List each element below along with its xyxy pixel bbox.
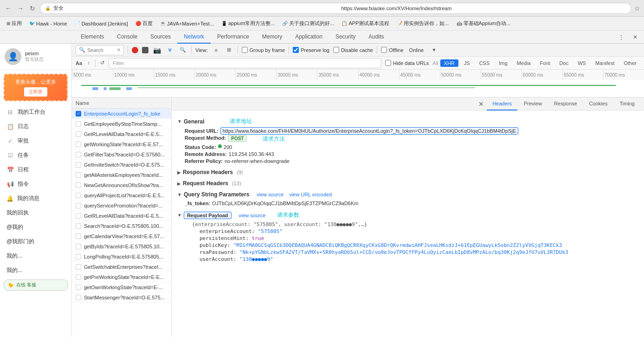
request-item-13[interactable]: getByIds?traceId=E-E.575805.10... <box>72 241 171 252</box>
detail-tab-cookies[interactable]: Cookies <box>584 97 613 110</box>
request-item-8[interactable]: queryAllProjectList?traceId=E-E.5... <box>72 190 171 201</box>
tab-security[interactable]: Security <box>329 31 362 44</box>
filter-css-button[interactable]: CSS <box>476 59 494 67</box>
devtools-more-icon[interactable]: ⋮ <box>616 32 626 42</box>
filter-input[interactable]: Filter <box>109 58 381 68</box>
search-button[interactable]: 🔍 <box>178 45 187 55</box>
request-item-2[interactable]: GetRLevelAllData?traceId=E-E.5... <box>72 129 171 139</box>
bookmark-java[interactable]: ☕ JAVA+Maven+Test... <box>157 20 217 27</box>
record-button[interactable] <box>132 47 138 53</box>
payload-view-source-link[interactable]: view source <box>239 213 266 218</box>
request-headers-header[interactable]: ▶ Request Headers (13) <box>177 179 638 188</box>
group-by-frame-checkbox[interactable] <box>242 47 248 53</box>
view-url-encoded-link[interactable]: view URL encoded <box>289 192 332 197</box>
request-item-7[interactable]: NewGetAnnouncesOfIsShow?tra... <box>72 180 171 190</box>
forward-button[interactable]: → <box>16 4 25 13</box>
req-checkbox-3[interactable] <box>76 142 81 147</box>
tab-memory[interactable]: Memory <box>256 31 289 44</box>
req-checkbox-18[interactable] <box>76 295 81 300</box>
bookmark-appium2[interactable]: 🤖 零基础Appium自动... <box>454 19 513 28</box>
bookmark-dashboard[interactable]: 📄 Dashboard [Jenkins] <box>72 20 131 27</box>
sidebar-item-log[interactable]: 📋 日志 <box>0 119 71 134</box>
stop-button[interactable] <box>142 47 148 53</box>
filter-js-button[interactable]: JS <box>460 59 474 67</box>
bookmark-apps[interactable]: ⊞ 应用 <box>4 19 25 28</box>
tab-console[interactable]: Console <box>110 31 144 44</box>
disable-cache-label[interactable]: Disable cache <box>333 47 373 53</box>
bookmark-example[interactable]: 📝 用实例告诉你，如... <box>394 19 451 28</box>
req-checkbox-7[interactable] <box>76 182 81 188</box>
request-payload-header[interactable]: ▼ Request Payload view source 请求参数 <box>177 210 638 220</box>
camera-button[interactable]: 📷 <box>152 45 161 55</box>
filter-doc-button[interactable]: Doc <box>556 59 573 67</box>
request-item-1[interactable]: GetEmployeeByStopTimeStamp... <box>72 119 171 129</box>
request-item-5[interactable]: GetInviteSwitch?traceId=O-E.575... <box>72 160 171 170</box>
tab-network[interactable]: Network <box>177 31 211 44</box>
tab-elements[interactable]: Elements <box>74 31 110 44</box>
view-large-button[interactable]: ⊞ <box>225 45 234 55</box>
response-headers-header[interactable]: ▶ Response Headers (9) <box>177 168 638 177</box>
filter-media-button[interactable]: Media <box>513 59 535 67</box>
preserve-log-label[interactable]: Preserve log <box>293 47 329 53</box>
req-checkbox-6[interactable] <box>76 172 81 178</box>
reload-button[interactable]: ↻ <box>28 4 37 13</box>
view-source-link[interactable]: view source <box>257 192 283 197</box>
sidebar-item-calendar[interactable]: 📅 日程 <box>0 162 71 177</box>
request-item-17[interactable]: getOwnWorkingState?traceId=E-... <box>72 282 171 292</box>
offline-label[interactable]: Offline <box>381 47 404 53</box>
request-item-12[interactable]: getCalendarView?traceId=E-E.57... <box>72 231 171 241</box>
req-checkbox-0[interactable]: ✓ <box>76 111 81 117</box>
req-checkbox-12[interactable] <box>76 233 81 239</box>
filter-manifest-button[interactable]: Manifest <box>592 59 618 67</box>
sidebar-item-my2[interactable]: 我的... <box>0 263 71 278</box>
request-item-3[interactable]: getWorkingState?traceId=E-E.57... <box>72 139 171 149</box>
detail-tab-preview[interactable]: Preview <box>518 97 547 110</box>
filter-font-button[interactable]: Font <box>536 59 554 67</box>
search-input[interactable] <box>87 47 115 53</box>
request-item-0[interactable]: ✓ EnterpriseAccountLogin?_fs_toke <box>72 109 171 119</box>
bookmark-api[interactable]: 🔗 关于接口测试的好... <box>279 19 337 28</box>
sidebar-item-replies[interactable]: 我的回执 <box>0 206 71 220</box>
request-item-18[interactable]: StartMessenger?traceId=O-E.575... <box>72 292 171 303</box>
req-checkbox-10[interactable] <box>76 213 81 219</box>
req-checkbox-15[interactable] <box>76 264 81 270</box>
sidebar-item-at-me[interactable]: @我的 <box>0 220 71 234</box>
detail-close-button[interactable]: ✕ <box>477 99 486 109</box>
hide-data-urls-label[interactable]: Hide data URLs <box>383 60 431 66</box>
request-item-4[interactable]: GetFilterTabs?traceId=O-E.57580... <box>72 149 171 160</box>
query-string-header[interactable]: ▼ Query String Parameters view source vi… <box>177 190 638 199</box>
tab-application[interactable]: Application <box>289 31 329 44</box>
online-dropdown-button[interactable]: ▼ <box>429 45 438 55</box>
sidebar-item-commands[interactable]: 📢 指令 <box>0 177 71 191</box>
filter-ws-button[interactable]: WS <box>574 59 590 67</box>
req-checkbox-16[interactable] <box>76 274 81 280</box>
detail-tab-headers[interactable]: Headers <box>487 97 517 110</box>
promo-button[interactable]: 立即更 <box>24 87 47 97</box>
bookmark-hawk[interactable]: 🐦 Hawk - Home <box>26 20 70 27</box>
filter-button[interactable]: ⛛ <box>165 45 174 55</box>
request-item-6[interactable]: getAllAsteriskEmployees?traceId... <box>72 170 171 180</box>
filter-img-button[interactable]: Img <box>495 59 511 67</box>
group-by-frame-label[interactable]: Group by frame <box>242 47 285 53</box>
request-item-11[interactable]: Search?traceId=O-E.575805.100... <box>72 221 171 231</box>
filter-other-button[interactable]: Other <box>620 59 640 67</box>
search-clear-icon[interactable]: ✕ <box>117 47 121 52</box>
preserve-log-checkbox[interactable] <box>293 47 299 53</box>
bookmark-baidu[interactable]: 🔴 百度 <box>133 19 155 28</box>
req-checkbox-5[interactable] <box>76 162 81 168</box>
offline-checkbox[interactable] <box>381 47 387 53</box>
sidebar-item-my1[interactable]: 我的... <box>0 249 71 263</box>
req-checkbox-1[interactable] <box>76 121 81 127</box>
request-item-9[interactable]: queryServicePromotion?traceId=... <box>72 201 171 211</box>
sidebar-item-approval[interactable]: ✓ 审批 <box>0 134 71 148</box>
bookmark-app-test[interactable]: 📋 APP测试基本流程 <box>339 19 392 28</box>
filter-xhr-button[interactable]: XHR <box>440 59 458 67</box>
bookmark-star-icon[interactable]: ☆ <box>634 5 640 12</box>
req-checkbox-2[interactable] <box>76 131 81 137</box>
tab-sources[interactable]: Sources <box>144 31 177 44</box>
url-bar[interactable]: 🔒 安全 https://www.fxiaoke.com/XV/Home/Ind… <box>40 3 631 14</box>
tab-audits[interactable]: Audits <box>362 31 390 44</box>
general-section-header[interactable]: ▼ General 请求地址 <box>177 116 638 127</box>
search-box[interactable]: 🔍 ✕ <box>76 45 124 55</box>
back-button[interactable]: ← <box>4 4 13 13</box>
